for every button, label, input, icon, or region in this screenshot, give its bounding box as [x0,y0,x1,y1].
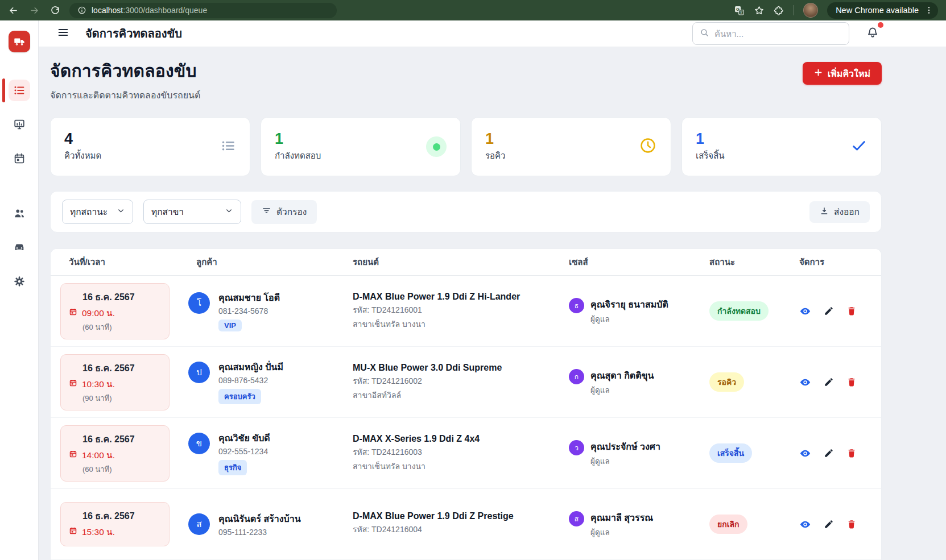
stat-card-testing: 1 กำลังทดสอบ [261,117,461,176]
chrome-update-button[interactable]: New Chrome available [827,2,938,19]
delete-icon[interactable] [846,306,857,316]
customer-phone: 081-234-5678 [218,306,280,316]
calendar-small-icon [69,308,77,318]
search-box[interactable] [692,22,849,45]
car-model: MU-X Blue Power 3.0 Ddi Supreme [353,363,561,373]
status-filter-value: ทุกสถานะ [70,205,108,219]
edit-icon[interactable] [824,377,834,387]
view-icon[interactable] [799,305,811,317]
sidebar-item-board[interactable] [9,114,30,135]
truck-logo-icon [13,35,26,48]
sales-role: ผู้ดูแล [590,526,653,538]
bookmark-star-icon[interactable] [754,5,765,16]
search-input[interactable] [714,29,842,39]
customer-avatar: ป [188,362,210,383]
sales-avatar: ก [569,369,584,384]
row-date: 16 ธ.ค. 2567 [69,290,161,304]
chrome-menu-icon[interactable] [924,6,933,15]
car-model: D-MAX X-Series 1.9 Ddi Z 4x4 [353,434,561,444]
add-queue-button[interactable]: เพิ่มคิวใหม่ [803,62,882,85]
car-icon [13,241,26,254]
sidebar-item-settings[interactable] [9,271,30,292]
table-row: 16 ธ.ค. 2567 15:30 น. ส คุณนิรันดร์ สร้า… [51,489,881,560]
customer-tag: VIP [218,320,242,331]
status-badge: กำลังทดสอบ [709,301,769,321]
calendar-small-icon [69,450,77,461]
extensions-icon[interactable] [774,5,784,16]
delete-icon[interactable] [846,519,857,529]
address-bar[interactable]: localhost:3000/dashboard/queue [69,3,337,18]
row-time: 09:00 น. [82,306,115,320]
view-icon[interactable] [799,376,811,388]
filter-lines-icon [262,206,271,218]
delete-icon[interactable] [846,448,857,458]
plus-icon [814,68,823,79]
edit-icon[interactable] [824,448,834,458]
stat-label: คิวทั้งหมด [64,149,101,163]
svg-text:文: 文 [740,10,743,14]
site-info-icon[interactable] [77,6,86,15]
row-duration: (60 นาที) [69,321,161,333]
status-badge: รอคิว [709,372,744,392]
edit-icon[interactable] [824,519,834,529]
date-chip: 16 ธ.ค. 2567 14:00 น. (60 นาที) [60,425,170,482]
customer-phone: 095-111-2233 [218,528,301,537]
calendar-small-icon [69,526,77,537]
calendar-small-icon [69,379,77,389]
customer-tag: ธุรกิจ [218,460,247,475]
customer-phone: 092-555-1234 [218,447,270,456]
stat-label: กำลังทดสอบ [275,149,321,163]
screen: localhost:3000/dashboard/queue G文 New Ch… [0,0,946,560]
car-code: รหัส: TD241216004 [353,523,561,536]
sidebar-item-queue[interactable] [9,80,30,101]
stat-label: รอคิว [485,149,506,163]
col-datetime: วันที่/เวลา [60,255,188,269]
row-time: 15:30 น. [82,525,115,539]
edit-icon[interactable] [824,306,834,316]
col-car: รถยนต์ [345,255,561,269]
app-logo[interactable] [9,31,30,52]
status-filter-select[interactable]: ทุกสถานะ [62,200,133,224]
forward-icon[interactable] [29,5,40,16]
export-button-label: ส่งออก [834,205,860,219]
sales-name: คุณประจักษ์ วงศา [590,439,660,454]
notification-dot [878,22,883,28]
hamburger-menu-icon[interactable] [57,26,69,41]
row-duration: (90 นาที) [69,392,161,404]
car-branch: สาขาเซ็นทรัล บางนา [353,460,561,472]
car-code: รหัส: TD241216001 [353,304,561,316]
sidebar-item-cars[interactable] [9,237,30,258]
translate-icon[interactable]: G文 [734,5,745,16]
status-badge: เสร็จสิ้น [709,443,752,463]
sidebar-item-customers[interactable] [9,202,30,224]
export-button[interactable]: ส่งออก [809,201,870,223]
page-subtitle: จัดการและติดตามคิวทดลองขับรถยนต์ [50,88,200,102]
branch-filter-select[interactable]: ทุกสาขา [143,200,241,224]
people-icon [13,207,26,219]
sales-role: ผู้ดูแล [590,313,668,325]
car-code: รหัส: TD241216002 [353,375,561,387]
back-icon[interactable] [8,5,19,16]
check-icon [850,137,867,156]
stat-card-waiting: 1 รอคิว [471,117,671,176]
table-row: 16 ธ.ค. 2567 10:30 น. (90 นาที) ป คุณสมห… [51,347,881,418]
chrome-separator [794,5,794,15]
row-time: 14:00 น. [82,448,115,462]
delete-icon[interactable] [846,377,857,387]
reload-icon[interactable] [50,5,60,15]
col-status: สถานะ [701,255,791,269]
branch-filter-value: ทุกสาขา [151,205,184,219]
profile-avatar[interactable] [803,3,818,18]
content: จัดการคิวทดลองขับ จัดการและติดตามคิวทดลอ… [39,47,946,560]
notifications-button[interactable] [866,26,879,41]
sidebar-item-calendar[interactable] [9,148,30,169]
date-chip: 16 ธ.ค. 2567 10:30 น. (90 นาที) [60,354,170,410]
col-actions: จัดการ [791,255,871,269]
filter-bar: ทุกสถานะ ทุกสาขา ตัวกรอง ส่งออก [50,191,882,233]
sales-avatar: ว [569,440,584,455]
search-icon [700,28,709,40]
filter-button[interactable]: ตัวกรอง [251,200,317,224]
view-icon[interactable] [799,447,811,459]
chevron-down-icon [117,206,125,217]
view-icon[interactable] [799,518,811,530]
